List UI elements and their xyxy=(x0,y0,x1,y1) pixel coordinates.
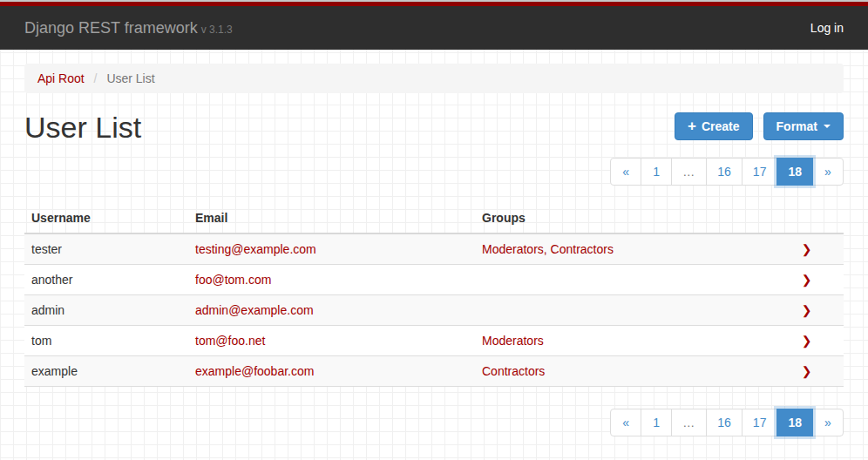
chevron-down-icon xyxy=(824,125,831,128)
username-cell: example xyxy=(24,356,188,387)
ellipsis-icon: … xyxy=(671,409,707,436)
email-link[interactable]: foo@tom.com xyxy=(195,273,271,287)
pagination-bottom: « 1 … 16 17 18 » xyxy=(24,409,844,436)
row-detail-chevron-icon[interactable]: ❯ xyxy=(802,364,812,378)
username-cell: another xyxy=(24,265,188,295)
column-header-groups: Groups xyxy=(475,203,770,233)
table-row: tom tom@foo.net Moderators ❯ xyxy=(24,326,844,356)
ellipsis-icon: … xyxy=(671,158,707,186)
table-row: admin admin@example.com ❯ xyxy=(24,295,844,326)
pagination-next: » xyxy=(813,409,844,436)
groups-links[interactable]: Contractors xyxy=(482,364,545,378)
pagination-top: « 1 … 16 17 18 » xyxy=(24,158,844,186)
navbar: Django REST frameworkv 3.1.3 Log in xyxy=(0,6,868,50)
brand-title: Django REST framework xyxy=(24,19,198,37)
format-dropdown-button[interactable]: Format xyxy=(763,112,844,140)
pagination-page-18-active: 18 xyxy=(777,409,813,436)
breadcrumb-item-api-root: Api Root xyxy=(37,71,85,85)
pagination-prev-link[interactable]: « xyxy=(610,158,641,186)
page-header: User List + Create Format xyxy=(24,111,844,144)
email-link[interactable]: testing@example.com xyxy=(195,242,316,256)
breadcrumb-item-current: User List xyxy=(106,71,154,85)
username-cell: admin xyxy=(24,295,188,326)
pagination-prev: « xyxy=(610,409,641,436)
pagination-page-18-active: 18 xyxy=(777,158,813,186)
groups-links[interactable]: Moderators xyxy=(482,334,544,348)
table-row: example example@foobar.com Contractors ❯ xyxy=(24,356,844,387)
toolbar: + Create Format xyxy=(675,112,844,140)
pagination-page-16: 16 xyxy=(707,158,743,186)
column-header-detail xyxy=(770,203,844,233)
user-table-header: Username Email Groups xyxy=(24,203,844,233)
pagination-page-18-link[interactable]: 18 xyxy=(776,158,813,186)
pagination-page-17: 17 xyxy=(743,158,778,186)
row-detail-chevron-icon[interactable]: ❯ xyxy=(802,242,812,256)
breadcrumb-separator: / xyxy=(88,71,104,85)
pagination-ellipsis: … xyxy=(672,409,707,436)
username-cell: tom xyxy=(24,326,188,356)
row-detail-chevron-icon[interactable]: ❯ xyxy=(802,273,812,287)
column-header-email: Email xyxy=(188,203,475,233)
pagination-page-1: 1 xyxy=(641,158,672,186)
pagination-next: » xyxy=(813,158,844,186)
pagination-next-link[interactable]: » xyxy=(812,158,844,186)
pagination-ellipsis: … xyxy=(672,158,707,186)
pagination-page-17-link[interactable]: 17 xyxy=(742,158,778,186)
breadcrumb-api-root-link[interactable]: Api Root xyxy=(37,71,85,85)
table-row: tester testing@example.com Moderators, C… xyxy=(24,233,844,265)
email-link[interactable]: admin@example.com xyxy=(195,303,314,317)
user-table: Username Email Groups tester testing@exa… xyxy=(24,203,844,387)
table-row: another foo@tom.com ❯ xyxy=(24,265,844,295)
email-link[interactable]: example@foobar.com xyxy=(195,364,314,378)
row-detail-chevron-icon[interactable]: ❯ xyxy=(802,303,812,317)
pagination-prev: « xyxy=(610,158,641,186)
brand-link[interactable]: Django REST frameworkv 3.1.3 xyxy=(24,19,233,37)
row-detail-chevron-icon[interactable]: ❯ xyxy=(802,334,812,348)
pagination-page-16-link[interactable]: 16 xyxy=(706,409,743,436)
email-link[interactable]: tom@foo.net xyxy=(195,334,265,348)
pagination-page-1-link[interactable]: 1 xyxy=(641,409,672,436)
login-link[interactable]: Log in xyxy=(810,21,844,35)
pagination-page-18-link[interactable]: 18 xyxy=(776,409,813,436)
format-button-label: Format xyxy=(776,119,817,133)
breadcrumb: Api Root / User List xyxy=(24,64,844,93)
pagination-page-16: 16 xyxy=(707,409,743,436)
pagination-page-16-link[interactable]: 16 xyxy=(706,158,743,186)
pagination-page-1-link[interactable]: 1 xyxy=(641,158,672,186)
page-title: User List xyxy=(24,111,141,144)
column-header-username: Username xyxy=(24,203,188,233)
pagination-page-17: 17 xyxy=(743,409,778,436)
brand-version: v 3.1.3 xyxy=(201,24,233,36)
create-button[interactable]: + Create xyxy=(675,112,753,140)
create-button-label: Create xyxy=(702,119,740,133)
groups-links[interactable]: Moderators, Contractors xyxy=(482,242,614,256)
pagination-next-link[interactable]: » xyxy=(812,409,844,436)
username-cell: tester xyxy=(24,233,188,265)
pagination-page-17-link[interactable]: 17 xyxy=(742,409,778,436)
pagination-prev-link[interactable]: « xyxy=(610,409,641,436)
pagination-page-1: 1 xyxy=(641,409,672,436)
plus-icon: + xyxy=(688,120,696,132)
